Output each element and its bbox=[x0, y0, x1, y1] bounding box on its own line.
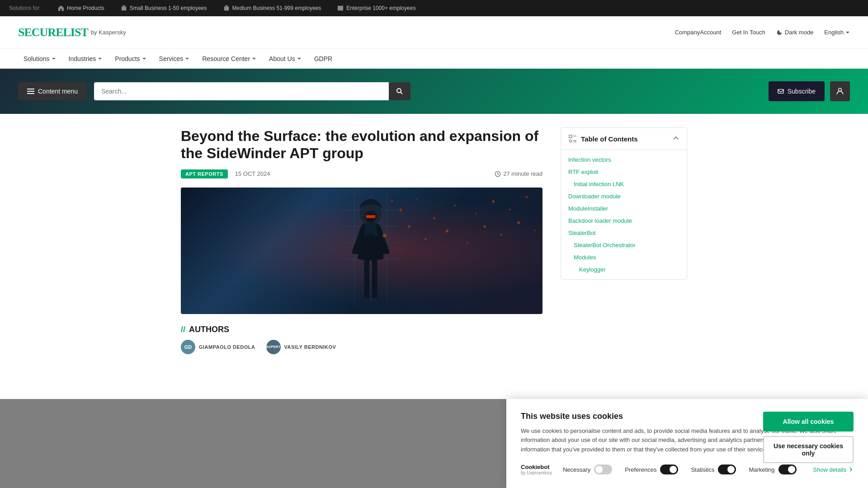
read-time: 27 minute read bbox=[495, 170, 542, 177]
search-button[interactable] bbox=[389, 82, 410, 100]
nav-services[interactable]: Services bbox=[154, 49, 195, 68]
content-menu-button[interactable]: Content menu bbox=[18, 82, 87, 100]
author-name: VASILY BERDNIKOV bbox=[284, 344, 336, 350]
enterprise-link[interactable]: Enterprise 1000+ employees bbox=[329, 0, 424, 16]
toc-item[interactable]: ModuleInstaller bbox=[561, 202, 687, 215]
author-avatar: GD bbox=[181, 340, 195, 354]
nav-industries[interactable]: Industries bbox=[63, 49, 108, 68]
header-actions: Subscribe bbox=[769, 81, 850, 101]
search-area: Content menu Subscribe bbox=[0, 69, 868, 114]
svg-line-15 bbox=[498, 174, 499, 174]
table-of-contents: Table of Contents Infection vectors RTF … bbox=[561, 127, 687, 280]
user-account-button[interactable] bbox=[830, 81, 850, 101]
small-business-link[interactable]: Small Business 1-50 employees bbox=[113, 0, 215, 16]
sidebar: Table of Contents Infection vectors RTF … bbox=[561, 127, 687, 361]
toc-item[interactable]: Keylogger bbox=[561, 263, 687, 276]
nav-gdpr[interactable]: GDPR bbox=[309, 49, 338, 68]
nav-solutions[interactable]: Solutions bbox=[18, 49, 61, 68]
svg-rect-27 bbox=[367, 215, 375, 218]
search-form bbox=[94, 82, 410, 100]
svg-rect-8 bbox=[27, 93, 34, 94]
svg-rect-1 bbox=[123, 5, 125, 7]
toc-item[interactable]: Modules bbox=[561, 251, 687, 263]
search-input[interactable] bbox=[94, 82, 389, 100]
svg-rect-7 bbox=[27, 91, 34, 92]
company-account-link[interactable]: CompanyAccount bbox=[675, 29, 722, 36]
language-selector[interactable]: English bbox=[824, 29, 850, 36]
svg-rect-28 bbox=[364, 259, 370, 298]
main-content: Beyond the Surface: the evolution and ex… bbox=[163, 114, 705, 375]
authors-heading: AUTHORS bbox=[181, 325, 542, 334]
svg-rect-0 bbox=[122, 7, 127, 11]
toc-items-list: Infection vectors RTF exploit Initial in… bbox=[561, 150, 687, 279]
toc-item[interactable]: Initial infection LNK bbox=[561, 178, 687, 190]
author-item[interactable]: EXPERT VASILY BERDNIKOV bbox=[266, 340, 336, 354]
nav-products[interactable]: Products bbox=[109, 49, 151, 68]
solutions-label: Solutions for: bbox=[9, 5, 41, 11]
toc-header: Table of Contents bbox=[561, 128, 687, 150]
logo-subtext: by Kaspersky bbox=[91, 29, 126, 36]
toc-item[interactable]: StealerBot Orchestrator bbox=[561, 239, 687, 251]
svg-point-12 bbox=[839, 88, 842, 91]
author-name: GIAMPAOLO DEDOLA bbox=[199, 344, 255, 350]
svg-rect-29 bbox=[372, 259, 377, 298]
article-meta: APT REPORTS 15 OCT 2024 27 minute read bbox=[181, 169, 542, 178]
svg-rect-6 bbox=[27, 89, 34, 89]
authors-section: AUTHORS GD GIAMPAOLO DEDOLA EXPERT VASIL… bbox=[181, 325, 542, 354]
author-item[interactable]: GD GIAMPAOLO DEDOLA bbox=[181, 340, 255, 354]
toc-item[interactable]: RTF exploit bbox=[561, 166, 687, 178]
svg-line-10 bbox=[401, 92, 402, 94]
svg-rect-2 bbox=[224, 7, 229, 11]
apt-badge: APT REPORTS bbox=[181, 169, 228, 178]
toc-item[interactable]: Downloader module bbox=[561, 190, 687, 202]
author-avatar-expert: EXPERT bbox=[266, 340, 281, 354]
logo-text: SECURELIST bbox=[18, 26, 88, 39]
article: Beyond the Surface: the evolution and ex… bbox=[181, 127, 542, 361]
nav-about-us[interactable]: About Us bbox=[264, 49, 307, 68]
toc-toggle-button[interactable] bbox=[672, 135, 679, 143]
main-nav: Solutions Industries Products Services R… bbox=[0, 49, 868, 69]
svg-rect-3 bbox=[225, 5, 227, 7]
authors-list: GD GIAMPAOLO DEDOLA EXPERT VASILY BERDNI… bbox=[181, 340, 542, 354]
site-logo[interactable]: SECURELIST by Kaspersky bbox=[18, 26, 126, 39]
toc-item[interactable]: Infection vectors bbox=[561, 154, 687, 166]
nav-resource-center[interactable]: Resource Center bbox=[197, 49, 262, 68]
subscribe-button[interactable]: Subscribe bbox=[769, 81, 825, 101]
svg-point-9 bbox=[397, 89, 401, 93]
home-products-link[interactable]: Home Products bbox=[50, 0, 113, 16]
medium-business-link[interactable]: Medium Business 51-999 employees bbox=[215, 0, 330, 16]
toc-title: Table of Contents bbox=[568, 134, 638, 143]
header-right: CompanyAccount Get In Touch Dark mode En… bbox=[675, 29, 850, 36]
svg-rect-48 bbox=[569, 135, 572, 138]
toc-item[interactable]: Backdoor loader module bbox=[561, 215, 687, 227]
svg-rect-5 bbox=[340, 8, 342, 10]
article-title: Beyond the Surface: the evolution and ex… bbox=[181, 127, 542, 162]
article-date: 15 OCT 2024 bbox=[235, 170, 270, 177]
site-header: SECURELIST by Kaspersky CompanyAccount G… bbox=[0, 16, 868, 49]
dark-mode-toggle[interactable]: Dark mode bbox=[776, 29, 814, 36]
svg-point-49 bbox=[570, 140, 572, 142]
article-hero-image bbox=[181, 188, 542, 314]
toc-item[interactable]: StealerBot bbox=[561, 227, 687, 239]
svg-rect-11 bbox=[778, 89, 783, 94]
get-in-touch-link[interactable]: Get In Touch bbox=[732, 29, 765, 36]
top-bar: Solutions for: Home Products Small Busin… bbox=[0, 0, 868, 16]
